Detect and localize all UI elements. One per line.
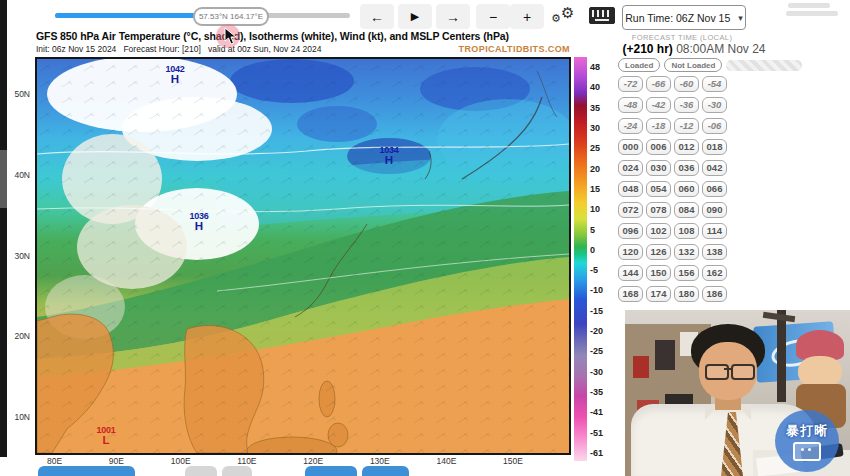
latitude-tick-label: 10N (14, 412, 30, 422)
weather-map[interactable]: 1042H 1036H 1034H 1001L (35, 57, 571, 455)
forecast-hour-button[interactable]: -60 (674, 76, 699, 92)
forecast-hour-button[interactable]: 012 (674, 139, 699, 155)
previous-frame-button[interactable]: ← (360, 4, 394, 29)
colorbar-tick-label: -15 (590, 306, 603, 316)
forecast-hour-button[interactable]: -66 (646, 76, 671, 92)
colorbar-tick-label: 48 (590, 62, 603, 72)
longitude-tick-label: 140E (436, 456, 456, 466)
stream-watermark-badge: 暴打晰 (775, 410, 839, 472)
forecast-hour-button[interactable]: 144 (618, 265, 643, 281)
bottom-button-partial[interactable] (362, 466, 409, 476)
next-frame-button[interactable]: → (436, 4, 470, 29)
bottom-button-partial[interactable] (185, 466, 217, 476)
glasses-lens (731, 364, 755, 380)
left-edge-bar (0, 0, 7, 457)
forecast-hour-button[interactable]: -54 (702, 76, 727, 92)
longitude-tick-label: 80E (47, 456, 62, 466)
forecast-hour-button[interactable]: -12 (674, 118, 699, 134)
forecast-hour-button[interactable]: 108 (674, 223, 699, 239)
longitude-tick-label: 150E (503, 456, 523, 466)
run-time-label: Run Time: 06Z Nov 15 (625, 12, 730, 24)
mslp-high-label: 1036H (180, 212, 218, 233)
forecast-hour-button[interactable]: 024 (618, 160, 643, 176)
forecast-hour-button[interactable]: -72 (618, 76, 643, 92)
bottom-button-partial[interactable] (38, 466, 135, 476)
forecast-hour-button[interactable]: 120 (618, 244, 643, 260)
bottom-button-partial[interactable] (305, 466, 357, 476)
forecast-hour-button[interactable]: 036 (674, 160, 699, 176)
colorbar-tick-label: -20 (590, 326, 603, 336)
forecast-hour-button[interactable]: -18 (646, 118, 671, 134)
colorbar-tick-label: -35 (590, 387, 603, 397)
glasses-bridge (724, 368, 733, 370)
longitude-tick-label: 100E (171, 456, 191, 466)
forecast-hour-button[interactable]: 084 (674, 202, 699, 218)
forecast-time-value: (+210 hr) 08:00AM Nov 24 (608, 42, 780, 56)
left-scrollbar-thumb[interactable] (0, 150, 7, 208)
not-loaded-button[interactable]: Not Loaded (664, 58, 722, 72)
colorbar-tick-label: -41 (590, 407, 603, 417)
forecast-hour-button[interactable]: 090 (702, 202, 727, 218)
forecast-hour-button[interactable]: -48 (618, 97, 643, 113)
forecast-hour-button[interactable]: 102 (646, 223, 671, 239)
colorbar-tick-label: 40 (590, 82, 603, 92)
forecast-hour-button[interactable]: 180 (674, 286, 699, 302)
init-forecast-line: Init: 06z Nov 15 2024 Forecast Hour: [21… (36, 44, 321, 54)
zoom-in-button[interactable]: + (510, 4, 544, 29)
forecast-hour-button[interactable]: 168 (618, 286, 643, 302)
forecast-hour-button[interactable]: -42 (646, 97, 671, 113)
forecast-hour-button[interactable]: 066 (702, 181, 727, 197)
mslp-high-label: 1034H (370, 146, 408, 167)
forecast-hour-button[interactable]: 078 (646, 202, 671, 218)
play-button[interactable]: ▶ (398, 4, 432, 29)
temperature-colorbar (574, 57, 587, 461)
forecast-hour-button[interactable]: 042 (702, 160, 727, 176)
zoom-out-button[interactable]: − (476, 4, 510, 29)
longitude-tick-label: 120E (303, 456, 323, 466)
forecast-hour-button[interactable]: 174 (646, 286, 671, 302)
colorbar-tick-label: 30 (590, 123, 603, 133)
colorbar-tick-label: 35 (590, 103, 603, 113)
forecast-hour-button[interactable]: 072 (618, 202, 643, 218)
forecast-hour-button[interactable]: 162 (702, 265, 727, 281)
forecast-hour-button[interactable]: 018 (702, 139, 727, 155)
mslp-low-label: 1001L (87, 426, 125, 447)
bottom-button-partial[interactable] (222, 466, 252, 476)
forecast-hour-button[interactable]: 126 (646, 244, 671, 260)
run-time-dropdown[interactable]: Run Time: 06Z Nov 15 ▾ (622, 5, 746, 30)
load-status-row: Loaded Not Loaded (618, 58, 802, 72)
mouse-cursor-icon (224, 27, 237, 49)
forecast-hour-button[interactable]: 000 (618, 139, 643, 155)
forecast-hour-button[interactable]: 054 (646, 181, 671, 197)
site-watermark: TROPICALTIDBITS.COM (290, 44, 570, 54)
colorbar-tick-label: 20 (590, 164, 603, 174)
shelf-item (655, 340, 675, 370)
forecast-hour-button[interactable]: 132 (674, 244, 699, 260)
keyboard-shortcuts-icon[interactable] (589, 7, 615, 24)
forecast-hour-button[interactable]: 114 (702, 223, 727, 239)
forecast-hour-button[interactable]: 060 (674, 181, 699, 197)
latitude-axis: 50N40N30N20N10N (10, 57, 32, 455)
faint-text-smudge (786, 11, 838, 16)
forecast-hour-button[interactable]: 156 (674, 265, 699, 281)
longitude-tick-label: 90E (109, 456, 124, 466)
settings-gears-icon[interactable]: ⚙ ⚙ (551, 4, 583, 30)
disabled-striped-pill (726, 60, 802, 71)
forecast-hour-button[interactable]: -30 (702, 97, 727, 113)
forecast-hour-button[interactable]: -36 (674, 97, 699, 113)
forecast-hour-button[interactable]: 186 (702, 286, 727, 302)
forecast-hour-button[interactable]: 048 (618, 181, 643, 197)
forecast-hour-button[interactable]: -24 (618, 118, 643, 134)
forecast-hour-button[interactable]: -06 (702, 118, 727, 134)
colorbar-tick-label: 15 (590, 184, 603, 194)
forecast-local-time: 08:00AM Nov 24 (673, 42, 766, 56)
faint-text-smudge (788, 3, 830, 8)
colorbar-tick-label: -30 (590, 367, 603, 377)
forecast-hour-button[interactable]: 006 (646, 139, 671, 155)
forecast-hour-button[interactable]: 030 (646, 160, 671, 176)
forecast-hour-button[interactable]: 096 (618, 223, 643, 239)
longitude-tick-label: 110E (237, 456, 256, 466)
loaded-button[interactable]: Loaded (618, 58, 660, 72)
forecast-hour-button[interactable]: 138 (702, 244, 727, 260)
forecast-hour-button[interactable]: 150 (646, 265, 671, 281)
